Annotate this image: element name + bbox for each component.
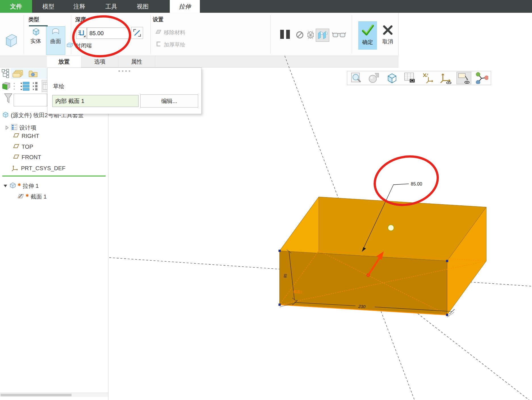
display-style-button[interactable] bbox=[385, 72, 399, 84]
edit-sketch-button[interactable]: 编辑... bbox=[140, 94, 198, 108]
glasses-verify-button[interactable] bbox=[332, 31, 346, 41]
extrude-preview-solid[interactable] bbox=[278, 197, 486, 316]
remove-material-toggle[interactable]: 移除材料 bbox=[155, 28, 185, 37]
no-preview-button[interactable] bbox=[296, 31, 304, 40]
tree-row-right-plane[interactable]: RIGHT bbox=[12, 132, 39, 140]
datum-axis-diagonal bbox=[368, 275, 529, 400]
sketch-front-edge bbox=[280, 305, 447, 315]
tab-file[interactable]: 文件 bbox=[0, 0, 32, 13]
datum-display-filters-button[interactable] bbox=[421, 72, 435, 84]
panel-grip-handle[interactable] bbox=[119, 70, 130, 72]
tree-filters-icon[interactable] bbox=[20, 81, 30, 92]
pause-button[interactable] bbox=[280, 29, 290, 41]
tree-drag-dots[interactable] bbox=[13, 82, 15, 91]
annotation-display-button[interactable] bbox=[456, 72, 471, 84]
height-dimension-value[interactable]: 85 bbox=[283, 273, 288, 278]
model-tree-sidebar: (源文件) 牧田2号箱-工具套盒 设计项 RIGHT TOP FRONT PRT… bbox=[0, 68, 108, 400]
sketch-hidden-edge bbox=[319, 251, 486, 261]
capped-ends-toggle[interactable]: 封闭端 bbox=[66, 42, 92, 49]
thicken-sketch-toggle[interactable]: 加厚草绘 bbox=[155, 41, 185, 49]
tab-model[interactable]: 模型 bbox=[33, 0, 63, 13]
zoom-region-button[interactable] bbox=[349, 72, 364, 84]
solid-button[interactable]: 实体 bbox=[26, 27, 45, 46]
csys-display-button[interactable] bbox=[439, 72, 453, 84]
dimension-arrowhead bbox=[362, 247, 366, 252]
depth-value-input[interactable] bbox=[87, 28, 129, 39]
type-group-label: 类型 bbox=[28, 16, 39, 23]
attached-preview-button[interactable] bbox=[316, 29, 329, 42]
expand-arrow-icon bbox=[5, 125, 9, 131]
tab-extrude-label: 拉伸 bbox=[179, 3, 191, 10]
depth-dimension-value[interactable]: 85.00 bbox=[411, 182, 422, 186]
saved-views-button[interactable] bbox=[403, 72, 417, 84]
graphics-toolbar bbox=[347, 71, 491, 85]
tab-placement[interactable]: 放置 bbox=[47, 56, 81, 68]
flip-direction-button[interactable] bbox=[131, 27, 143, 39]
tree-row-csys[interactable]: PRT_CSYS_DEF bbox=[11, 164, 65, 173]
scrollbar-thumb[interactable] bbox=[1, 394, 72, 396]
render-style-button[interactable] bbox=[367, 72, 382, 84]
model-tree-icon[interactable] bbox=[1, 69, 10, 79]
show-tree-icon[interactable] bbox=[1, 81, 11, 92]
datum-plane-icon bbox=[12, 153, 20, 161]
tab-tools-label: 工具 bbox=[105, 3, 117, 10]
thicken-sketch-label: 加厚草绘 bbox=[164, 41, 185, 49]
tab-extrude-active[interactable]: 拉伸 bbox=[170, 0, 200, 13]
datum-plane-icon bbox=[12, 132, 20, 140]
tree-row-design-items[interactable]: 设计项 bbox=[5, 124, 36, 132]
tab-properties[interactable]: 属性 bbox=[118, 56, 155, 68]
sketch-collector-field[interactable]: 内部 截面 1 bbox=[52, 95, 139, 107]
tree-horizontal-scrollbar[interactable] bbox=[0, 393, 108, 397]
insert-locator-line[interactable] bbox=[2, 176, 106, 176]
datum-axis-horizontal bbox=[109, 258, 532, 286]
spin-center-button[interactable] bbox=[474, 72, 489, 84]
vertex-handle[interactable] bbox=[278, 304, 281, 306]
sketch-diagonal bbox=[319, 251, 447, 315]
tree-row-section1[interactable]: ✱ 截面 1 bbox=[17, 193, 47, 201]
extrude-direction-arrow[interactable] bbox=[368, 251, 384, 275]
remove-material-icon bbox=[155, 28, 162, 37]
ok-button[interactable]: 确定 bbox=[358, 21, 377, 50]
filter-icon[interactable] bbox=[4, 93, 12, 106]
csys-icon bbox=[11, 164, 19, 173]
modified-asterisk: ✱ bbox=[18, 182, 21, 187]
extrude-feature-icon bbox=[4, 32, 18, 50]
type-group-underline bbox=[29, 25, 48, 26]
settings-group-label: 设置 bbox=[153, 16, 164, 23]
cancel-button[interactable]: 取消 bbox=[378, 21, 397, 50]
dashboard-tab-strip: 放置 选项 属性 bbox=[0, 56, 399, 68]
tab-view[interactable]: 视图 bbox=[128, 0, 158, 13]
tree-row-front-plane[interactable]: FRONT bbox=[12, 153, 41, 161]
surface-label: 曲面 bbox=[50, 38, 61, 45]
top-plane-label: TOP bbox=[22, 144, 33, 150]
length-dimension-value[interactable]: 230 bbox=[358, 304, 366, 309]
modified-asterisk: ✱ bbox=[26, 193, 29, 198]
tree-filter-input[interactable] bbox=[14, 94, 47, 106]
vertex-handle[interactable] bbox=[278, 250, 281, 252]
folders-icon[interactable] bbox=[12, 70, 24, 79]
sketch-collector-value: 内部 截面 1 bbox=[55, 97, 84, 105]
tab-view-label: 视图 bbox=[137, 3, 149, 10]
extrude-node-icon bbox=[9, 182, 16, 190]
vertex-handle[interactable] bbox=[446, 314, 448, 316]
tree-columns-icon[interactable] bbox=[32, 81, 42, 92]
spin-center-dot bbox=[368, 275, 369, 276]
sketch-tag-label: 截面1 bbox=[293, 289, 303, 294]
tab-annotate[interactable]: 注释 bbox=[65, 0, 94, 13]
wireframe-preview-button[interactable] bbox=[305, 30, 316, 41]
tree-row-top-plane[interactable]: TOP bbox=[12, 143, 33, 151]
surface-button[interactable]: 曲面 bbox=[46, 26, 65, 55]
depth-drag-handle[interactable] bbox=[388, 225, 394, 231]
tree-row-extrude1[interactable]: ✱ 拉伸 1 bbox=[3, 182, 39, 190]
extrude-dashboard-ribbon: 类型 实体 曲面 深度 封闭端 设置 移除材料 bbox=[0, 13, 399, 56]
tab-options[interactable]: 选项 bbox=[81, 56, 118, 68]
annotation-ellipse-dimension bbox=[370, 151, 442, 211]
extrude1-label: 拉伸 1 bbox=[23, 182, 39, 190]
front-plane-label: FRONT bbox=[22, 154, 41, 161]
creo-window: 文件 模型 注释 工具 视图 拉伸 类型 实体 曲面 深度 bbox=[0, 0, 532, 400]
vertex-handle[interactable] bbox=[446, 260, 448, 262]
sketch-node-icon bbox=[17, 193, 24, 201]
folder-settings-icon[interactable] bbox=[28, 70, 38, 79]
tab-tools[interactable]: 工具 bbox=[96, 0, 127, 13]
depth-option-button[interactable] bbox=[76, 28, 87, 39]
